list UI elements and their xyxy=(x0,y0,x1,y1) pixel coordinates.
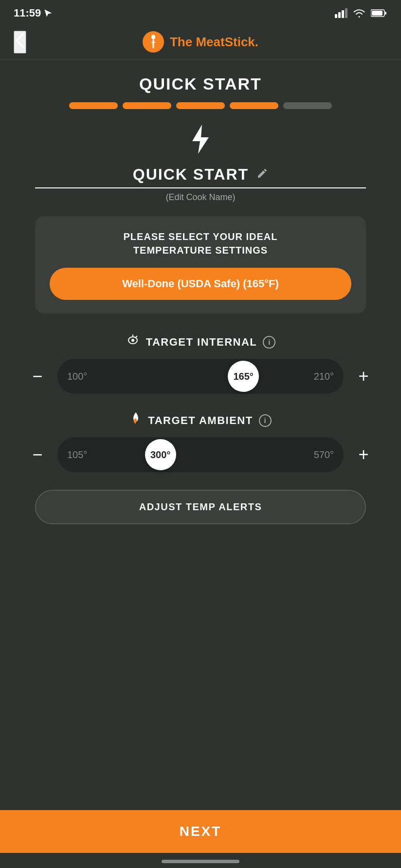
target-internal-info-icon[interactable]: i xyxy=(263,336,275,349)
svg-rect-1 xyxy=(338,12,341,18)
card-title: PLEASE SELECT YOUR IDEALTEMPERATURE SETT… xyxy=(50,230,351,257)
target-internal-label: TARGET INTERNAL xyxy=(146,336,257,349)
flame-icon xyxy=(129,411,142,429)
target-ambient-label-row: TARGET AMBIENT i xyxy=(25,411,376,429)
battery-icon xyxy=(371,9,387,18)
target-ambient-max: 570° xyxy=(314,449,334,461)
back-button[interactable] xyxy=(14,31,26,54)
logo-icon xyxy=(143,31,164,53)
edit-cook-name-icon[interactable] xyxy=(256,167,268,182)
svg-rect-8 xyxy=(152,39,154,48)
status-icons xyxy=(335,8,387,18)
target-internal-track[interactable]: 100° 165° 210° xyxy=(57,359,344,394)
wifi-icon xyxy=(352,8,366,18)
location-arrow-icon xyxy=(44,9,53,18)
cook-name-container: QUICK START xyxy=(35,166,366,188)
signal-icon xyxy=(335,8,347,18)
svg-rect-6 xyxy=(385,12,386,15)
target-ambient-info-icon[interactable]: i xyxy=(259,414,272,427)
time-display: 11:59 xyxy=(14,7,41,19)
cook-name-text: QUICK START xyxy=(133,166,249,184)
card-title-text: PLEASE SELECT YOUR IDEALTEMPERATURE SETT… xyxy=(123,231,277,256)
logo-text-stick: Stick. xyxy=(225,35,258,49)
meat-icon xyxy=(126,333,140,351)
progress-segment-4 xyxy=(230,102,278,109)
target-internal-value: 165° xyxy=(234,371,254,382)
status-bar: 11:59 xyxy=(0,0,401,24)
preset-button[interactable]: Well-Done (USDA Safe) (165°F) xyxy=(50,268,351,300)
target-ambient-value: 300° xyxy=(150,449,170,461)
cook-name-hint: (Edit Cook Name) xyxy=(165,192,235,203)
next-button-container[interactable]: NEXT xyxy=(0,810,401,853)
next-button-label: NEXT xyxy=(180,824,222,839)
progress-bar xyxy=(69,102,332,109)
progress-segment-5 xyxy=(283,102,332,109)
target-internal-label-row: TARGET INTERNAL i xyxy=(25,333,376,351)
svg-point-7 xyxy=(151,35,155,39)
target-internal-section: TARGET INTERNAL i − 100° 165° 210° + xyxy=(25,333,376,394)
svg-rect-0 xyxy=(335,14,337,18)
target-internal-decrement-button[interactable]: − xyxy=(25,364,50,388)
target-internal-min: 100° xyxy=(67,371,87,382)
adjust-temp-alerts-button[interactable]: ADJUST TEMP ALERTS xyxy=(35,490,366,524)
target-ambient-increment-button[interactable]: + xyxy=(351,443,376,467)
page-title: QUICK START xyxy=(139,74,262,93)
target-ambient-section: TARGET AMBIENT i − 105° 300° 570° + xyxy=(25,411,376,472)
logo-text: The MeatStick. xyxy=(170,35,258,50)
target-ambient-thumb[interactable]: 300° xyxy=(145,439,176,470)
target-internal-thumb[interactable]: 165° xyxy=(228,361,259,392)
progress-segment-2 xyxy=(123,102,171,109)
progress-segment-3 xyxy=(176,102,225,109)
app-header: The MeatStick. xyxy=(0,24,401,60)
svg-marker-10 xyxy=(192,125,209,154)
status-time: 11:59 xyxy=(14,7,53,19)
lightning-icon xyxy=(189,124,212,161)
svg-rect-5 xyxy=(372,11,383,16)
target-ambient-label: TARGET AMBIENT xyxy=(148,414,253,427)
progress-segment-1 xyxy=(69,102,118,109)
home-indicator-bar xyxy=(162,860,239,863)
target-internal-max: 210° xyxy=(314,371,334,382)
svg-rect-2 xyxy=(342,10,344,18)
svg-line-13 xyxy=(135,336,137,338)
target-ambient-slider-row: − 105° 300° 570° + xyxy=(25,437,376,472)
logo-text-the-meat: The Meat xyxy=(170,35,225,49)
svg-point-14 xyxy=(131,339,134,342)
target-ambient-track[interactable]: 105° 300° 570° xyxy=(57,437,344,472)
target-internal-increment-button[interactable]: + xyxy=(351,364,376,388)
svg-rect-3 xyxy=(345,8,347,18)
logo-container: The MeatStick. xyxy=(143,31,258,53)
main-content: QUICK START QUICK START (Edit Cook Name)… xyxy=(0,60,401,810)
target-ambient-decrement-button[interactable]: − xyxy=(25,443,50,467)
target-internal-slider-row: − 100° 165° 210° + xyxy=(25,359,376,394)
temp-settings-card: PLEASE SELECT YOUR IDEALTEMPERATURE SETT… xyxy=(35,216,366,314)
target-ambient-min: 105° xyxy=(67,449,87,461)
home-indicator xyxy=(0,853,401,868)
